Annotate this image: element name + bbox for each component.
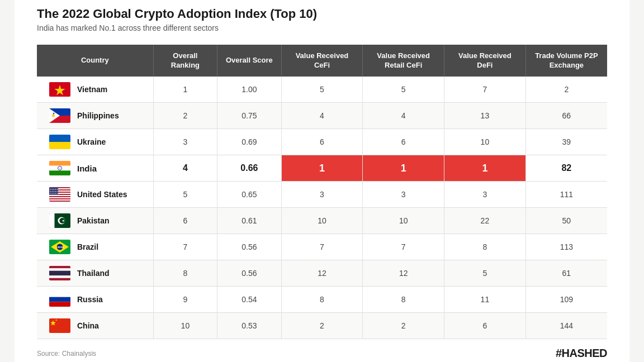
score-cell: 0.56 bbox=[217, 260, 281, 287]
source-text: Source: Chainalysis bbox=[37, 350, 96, 358]
retail-cefi-cell: 1 bbox=[363, 155, 444, 182]
svg-text:ORDEM: ORDEM bbox=[56, 246, 64, 249]
defi-cell: 6 bbox=[444, 313, 526, 339]
p2p-cell: 111 bbox=[525, 182, 607, 208]
svg-rect-40 bbox=[49, 278, 70, 280]
flag-icon bbox=[49, 161, 70, 175]
svg-rect-41 bbox=[49, 292, 70, 297]
retail-cefi-cell: 6 bbox=[363, 129, 444, 155]
table-row: Ukraine30.69661039 bbox=[37, 129, 607, 155]
cefi-cell: 7 bbox=[281, 234, 363, 260]
country-name: Russia bbox=[77, 295, 103, 304]
svg-rect-9 bbox=[49, 161, 70, 166]
svg-rect-7 bbox=[49, 135, 70, 142]
svg-rect-8 bbox=[49, 142, 70, 149]
header-value-defi: Value Received DeFi bbox=[444, 45, 526, 77]
ranking-cell: 2 bbox=[153, 103, 217, 129]
svg-rect-42 bbox=[49, 297, 70, 302]
defi-cell: 1 bbox=[444, 155, 526, 182]
score-cell: 1.00 bbox=[217, 77, 281, 103]
country-name: United States bbox=[77, 190, 127, 199]
svg-point-29 bbox=[60, 218, 65, 223]
table-row: India40.6611182 bbox=[37, 155, 607, 182]
defi-cell: 10 bbox=[444, 129, 526, 155]
defi-cell: 5 bbox=[444, 260, 526, 287]
svg-point-13 bbox=[59, 168, 60, 169]
country-cell: Russia bbox=[37, 287, 153, 313]
ranking-cell: 7 bbox=[153, 234, 217, 260]
flag-icon bbox=[49, 266, 70, 280]
p2p-cell: 66 bbox=[525, 103, 607, 129]
table-header-row: Country Overall Ranking Overall Score Va… bbox=[37, 45, 607, 77]
p2p-cell: 144 bbox=[525, 313, 607, 339]
page-title: The 2022 Global Crypto Adoption Index (T… bbox=[37, 7, 607, 21]
retail-cefi-cell: 5 bbox=[363, 77, 444, 103]
footer: Source: Chainalysis #HASHED bbox=[37, 347, 607, 360]
svg-rect-11 bbox=[49, 171, 70, 176]
table-row: Philippines20.75441366 bbox=[37, 103, 607, 129]
score-cell: 0.56 bbox=[217, 234, 281, 260]
svg-rect-37 bbox=[49, 269, 70, 271]
flag-icon bbox=[49, 135, 70, 149]
score-cell: 0.54 bbox=[217, 287, 281, 313]
svg-point-5 bbox=[52, 115, 55, 117]
score-cell: 0.65 bbox=[217, 182, 281, 208]
hashed-logo: #HASHED bbox=[556, 347, 607, 360]
p2p-cell: 2 bbox=[525, 77, 607, 103]
flag-icon bbox=[49, 213, 70, 228]
main-container: The 2022 Global Crypto Adoption Index (T… bbox=[15, 0, 629, 362]
ranking-cell: 9 bbox=[153, 287, 217, 313]
svg-rect-19 bbox=[49, 196, 70, 197]
cefi-cell: 2 bbox=[281, 313, 363, 339]
p2p-cell: 61 bbox=[525, 260, 607, 287]
defi-cell: 3 bbox=[444, 182, 526, 208]
cefi-cell: 5 bbox=[281, 77, 363, 103]
header-value-retail-cefi: Value Received Retail CeFi bbox=[363, 45, 444, 77]
flag-icon: ORDEM bbox=[49, 240, 70, 254]
country-cell: Vietnam bbox=[37, 77, 153, 103]
flag-icon bbox=[49, 82, 70, 97]
table-row: Thailand80.561212561 bbox=[37, 260, 607, 287]
cefi-cell: 12 bbox=[281, 260, 363, 287]
country-cell: Pakistan bbox=[37, 208, 153, 234]
retail-cefi-cell: 12 bbox=[363, 260, 444, 287]
table-row: China100.53226144 bbox=[37, 313, 607, 339]
country-name: Philippines bbox=[77, 111, 119, 120]
table-row: Pakistan60.6110102250 bbox=[37, 208, 607, 234]
svg-rect-38 bbox=[49, 271, 70, 276]
retail-cefi-cell: 3 bbox=[363, 182, 444, 208]
svg-rect-36 bbox=[49, 266, 70, 268]
retail-cefi-cell: 4 bbox=[363, 103, 444, 129]
p2p-cell: 39 bbox=[525, 129, 607, 155]
score-cell: 0.61 bbox=[217, 208, 281, 234]
country-cell: Ukraine bbox=[37, 129, 153, 155]
country-name: Ukraine bbox=[77, 137, 106, 146]
country-cell: Thailand bbox=[37, 260, 153, 287]
table-row: ORDEMBrazil70.56778113 bbox=[37, 234, 607, 260]
p2p-cell: 50 bbox=[525, 208, 607, 234]
svg-rect-44 bbox=[49, 318, 70, 333]
country-cell: India bbox=[37, 155, 153, 182]
retail-cefi-cell: 10 bbox=[363, 208, 444, 234]
ranking-cell: 3 bbox=[153, 129, 217, 155]
flag-icon: ★★★★★★★★★★★★★★★★★ bbox=[49, 187, 70, 202]
defi-cell: 7 bbox=[444, 77, 526, 103]
ranking-cell: 5 bbox=[153, 182, 217, 208]
country-name: Thailand bbox=[77, 269, 110, 278]
p2p-cell: 113 bbox=[525, 234, 607, 260]
header-value-cefi: Value Received CeFi bbox=[281, 45, 363, 77]
ranking-cell: 6 bbox=[153, 208, 217, 234]
crypto-table: Country Overall Ranking Overall Score Va… bbox=[37, 45, 607, 340]
page-subtitle: India has marked No.1 across three diffe… bbox=[37, 23, 607, 32]
defi-cell: 8 bbox=[444, 234, 526, 260]
cefi-cell: 4 bbox=[281, 103, 363, 129]
p2p-cell: 109 bbox=[525, 287, 607, 313]
defi-cell: 13 bbox=[444, 103, 526, 129]
country-name: India bbox=[77, 164, 97, 173]
svg-rect-27 bbox=[49, 213, 55, 228]
ranking-cell: 10 bbox=[153, 313, 217, 339]
table-row: Russia90.548811109 bbox=[37, 287, 607, 313]
svg-rect-43 bbox=[49, 302, 70, 307]
cefi-cell: 6 bbox=[281, 129, 363, 155]
country-name: Brazil bbox=[77, 242, 98, 251]
